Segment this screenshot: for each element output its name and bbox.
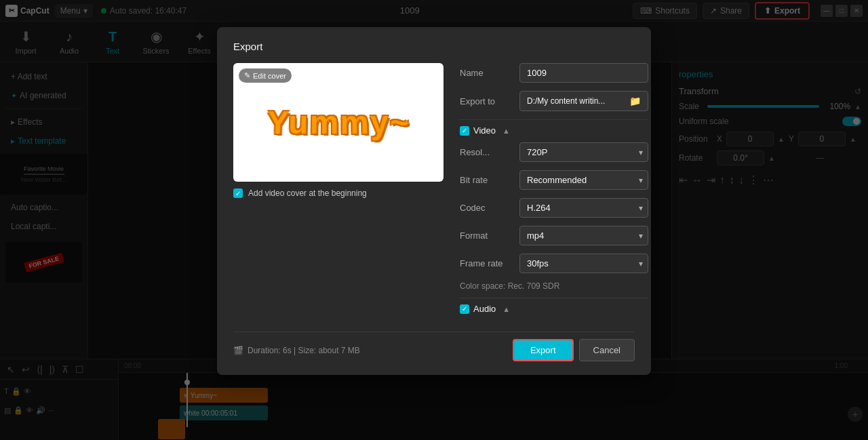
export-path-display: D:/My content writin... 📁 [519, 91, 648, 111]
codec-select-wrapper: H.264 H.265 VP9 [519, 198, 648, 218]
audio-label: Audio [473, 304, 496, 314]
framerate-select[interactable]: 30fps 24fps 60fps [519, 254, 648, 273]
pencil-icon: ✎ [244, 71, 250, 80]
divider-2 [460, 298, 648, 298]
export-to-label: Export to [460, 96, 514, 106]
export-to-row: Export to D:/My content writin... 📁 [460, 91, 648, 111]
format-select[interactable]: mp4 mov avi [519, 226, 648, 245]
bitrate-row: Bit rate Recommended Low Medium High [460, 170, 648, 190]
duration-info: 🎬 Duration: 6s | Size: about 7 MB [233, 346, 360, 355]
preview-box: ✎ Edit cover Yummy~ [233, 63, 443, 182]
bitrate-select-wrapper: Recommended Low Medium High [519, 170, 648, 190]
audio-section-header: ✓ Audio ▲ [460, 304, 648, 314]
add-cover-row: ✓ Add video cover at the beginning [233, 188, 443, 198]
preview-text: Yummy~ [266, 104, 410, 141]
add-cover-checkbox[interactable]: ✓ [233, 188, 243, 198]
video-section-header: ✓ Video ▲ [460, 125, 648, 136]
modal-title: Export [233, 41, 635, 52]
resolution-select[interactable]: 720P 1080P 480P 360P [519, 142, 648, 162]
format-row: Format mp4 mov avi [460, 226, 648, 245]
codec-label: Codec [460, 203, 514, 213]
duration-text: Duration: 6s | Size: about 7 MB [248, 346, 360, 355]
framerate-select-wrapper: 30fps 24fps 60fps [519, 254, 648, 273]
bitrate-select[interactable]: Recommended Low Medium High [519, 170, 648, 190]
color-space-text: Color space: Rec. 709 SDR [460, 281, 648, 291]
video-chevron-icon[interactable]: ▲ [502, 127, 510, 135]
name-row: Name [460, 63, 648, 83]
format-label: Format [460, 231, 514, 241]
add-cover-label: Add video cover at the beginning [248, 188, 367, 198]
codec-row: Codec H.264 H.265 VP9 [460, 198, 648, 218]
export-button-modal[interactable]: Export [513, 339, 574, 361]
format-select-wrapper: mp4 mov avi [519, 226, 648, 245]
resolution-row: Resol... 720P 1080P 480P 360P [460, 142, 648, 162]
video-label: Video [473, 125, 496, 136]
audio-checkbox[interactable]: ✓ [460, 304, 469, 314]
export-path-text: D:/My content writin... [527, 96, 605, 106]
resolution-label: Resol... [460, 147, 514, 157]
modal-preview-section: ✎ Edit cover Yummy~ ✓ Add video cover at… [233, 63, 443, 321]
resolution-select-wrapper: 720P 1080P 480P 360P [519, 142, 648, 162]
export-modal: Export ✎ Edit cover Yummy~ ✓ Add video c… [217, 27, 651, 375]
modal-overlay: Export ✎ Edit cover Yummy~ ✓ Add video c… [0, 0, 868, 440]
video-checkbox[interactable]: ✓ [460, 126, 469, 136]
framerate-label: Frame rate [460, 258, 514, 268]
modal-settings-section: Name Export to D:/My content writin... 📁… [460, 63, 648, 321]
name-label: Name [460, 68, 514, 78]
audio-chevron-icon[interactable]: ▲ [502, 305, 510, 313]
cancel-button[interactable]: Cancel [579, 339, 635, 361]
edit-cover-button[interactable]: ✎ Edit cover [239, 68, 292, 83]
bitrate-label: Bit rate [460, 175, 514, 185]
folder-browse-button[interactable]: 📁 [629, 96, 641, 106]
name-input[interactable] [519, 63, 648, 83]
modal-footer: 🎬 Duration: 6s | Size: about 7 MB Export… [233, 332, 635, 361]
film-icon: 🎬 [233, 346, 243, 355]
modal-body: ✎ Edit cover Yummy~ ✓ Add video cover at… [233, 63, 635, 321]
divider-1 [460, 119, 648, 120]
framerate-row: Frame rate 30fps 24fps 60fps [460, 254, 648, 273]
codec-select[interactable]: H.264 H.265 VP9 [519, 198, 648, 218]
footer-buttons: Export Cancel [513, 339, 635, 361]
